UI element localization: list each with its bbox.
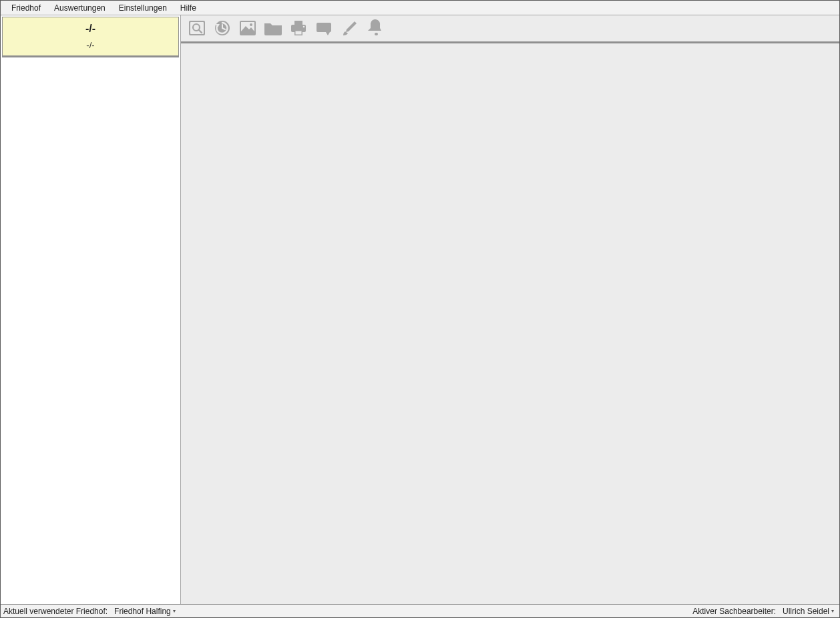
brush-icon: [340, 19, 359, 37]
status-friedhof-dropdown[interactable]: Friedhof Halfing ▾: [112, 607, 178, 616]
folder-icon: [263, 19, 283, 37]
content-area: [181, 43, 839, 604]
refresh-clock-icon: [213, 19, 232, 37]
info-card: -/- -/-: [2, 17, 179, 56]
status-bar: Aktuell verwendeter Friedhof: Friedhof H…: [1, 604, 839, 617]
toolbar: [181, 15, 839, 43]
chevron-down-icon: ▾: [831, 609, 834, 614]
toolbar-folder[interactable]: [262, 18, 284, 38]
svg-marker-18: [326, 32, 330, 35]
image-icon: [238, 19, 257, 37]
item-list[interactable]: [2, 56, 179, 604]
menu-bar: Friedhof Auswertungen Einstellungen Hilf…: [1, 1, 839, 15]
status-friedhof-value: Friedhof Halfing: [114, 607, 171, 616]
info-card-line1: -/-: [3, 23, 178, 35]
app-window: Friedhof Auswertungen Einstellungen Hilf…: [0, 0, 840, 618]
menu-friedhof[interactable]: Friedhof: [5, 1, 47, 15]
left-panel: -/- -/-: [1, 15, 181, 604]
info-card-line2: -/-: [3, 40, 178, 50]
toolbar-brush[interactable]: [339, 18, 360, 38]
right-panel: [181, 15, 839, 604]
svg-point-11: [250, 23, 252, 26]
svg-point-16: [303, 26, 305, 28]
bell-icon: [365, 19, 384, 37]
tag-icon: [314, 19, 333, 37]
status-left: Aktuell verwendeter Friedhof: Friedhof H…: [3, 607, 178, 616]
status-friedhof-label: Aktuell verwendeter Friedhof:: [3, 607, 108, 616]
zoom-image-icon: [188, 19, 206, 37]
toolbar-print[interactable]: [288, 18, 309, 38]
svg-rect-19: [375, 33, 378, 35]
toolbar-image[interactable]: [237, 18, 258, 38]
print-icon: [289, 19, 308, 37]
status-user-dropdown[interactable]: Ullrich Seidel ▾: [780, 607, 837, 616]
status-user-value: Ullrich Seidel: [783, 607, 829, 616]
menu-auswertungen[interactable]: Auswertungen: [47, 1, 112, 15]
svg-rect-17: [317, 23, 331, 32]
toolbar-zoom-image[interactable]: [186, 18, 208, 38]
menu-hilfe[interactable]: Hilfe: [174, 1, 203, 15]
main-body: -/- -/-: [1, 15, 839, 604]
menu-einstellungen[interactable]: Einstellungen: [112, 1, 174, 15]
toolbar-tag[interactable]: [313, 18, 335, 38]
toolbar-bell[interactable]: [364, 18, 385, 38]
svg-rect-15: [296, 31, 302, 35]
status-right: Aktiver Sachbearbeiter: Ullrich Seidel ▾: [692, 607, 837, 616]
svg-rect-12: [294, 21, 302, 25]
status-user-label: Aktiver Sachbearbeiter:: [692, 607, 776, 616]
toolbar-refresh[interactable]: [212, 18, 233, 38]
chevron-down-icon: ▾: [173, 609, 176, 614]
